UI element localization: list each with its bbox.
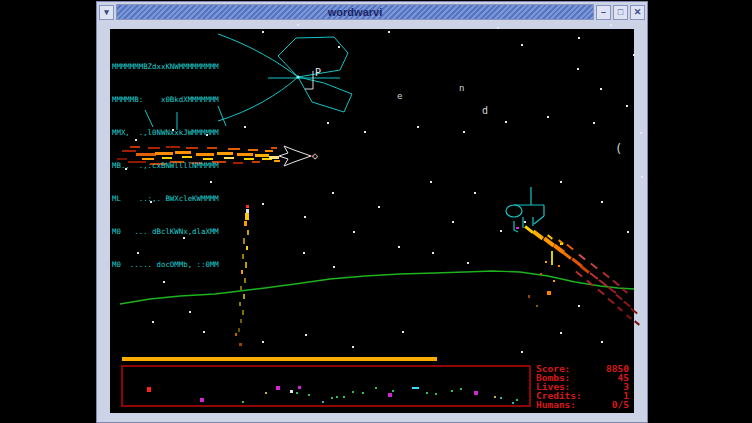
ascii-art-building: MMMMMMMBZdxxKNWMMMMMMMMM MMMMMB: x0BkdXM…: [112, 39, 219, 292]
screen: ▾ wordwarvi – □ ✕: [0, 0, 752, 423]
ascii-line: MMX, .,l0NWNxxkJWMMMMMM: [112, 127, 219, 138]
close-icon: ✕: [634, 8, 642, 17]
ascii-line: MMMMMB: x0BkdXMMMMMMM: [112, 94, 219, 105]
humans-value: 0/5: [612, 400, 629, 409]
ascii-line: M0 ... dBclKWNx,dlaXMM: [112, 226, 219, 237]
radar-minimap: [121, 365, 531, 407]
close-button[interactable]: ✕: [630, 5, 645, 20]
ascii-line: MMMMMMMBZdxxKNWMMMMMMMMM: [112, 61, 219, 72]
titlebar-stripes[interactable]: wordwarvi: [116, 4, 594, 20]
window-menu-button[interactable]: ▾: [99, 5, 114, 20]
hud-panel: Score: 8850 Bombs: 45 Lives: 3 Credits: …: [536, 364, 629, 409]
window-titlebar: ▾ wordwarvi – □ ✕: [98, 3, 646, 21]
maximize-button[interactable]: □: [613, 5, 628, 20]
ascii-line: MB., .,:cxBNWllllNMMMMM: [112, 160, 219, 171]
ascii-line: M0 ..... docOMMb, ::0MM: [112, 259, 219, 270]
maximize-icon: □: [618, 8, 623, 17]
hud-row-humans: Humans: 0/5: [536, 400, 629, 409]
minimize-icon: –: [601, 8, 606, 17]
level-progress-bar: [122, 357, 437, 361]
chevron-down-icon: ▾: [104, 8, 109, 17]
minimize-button[interactable]: –: [596, 5, 611, 20]
ascii-line: ML ..:,. BWXcleKWMMMM: [112, 193, 219, 204]
humans-label: Humans:: [536, 400, 576, 409]
window-title: wordwarvi: [328, 6, 382, 18]
